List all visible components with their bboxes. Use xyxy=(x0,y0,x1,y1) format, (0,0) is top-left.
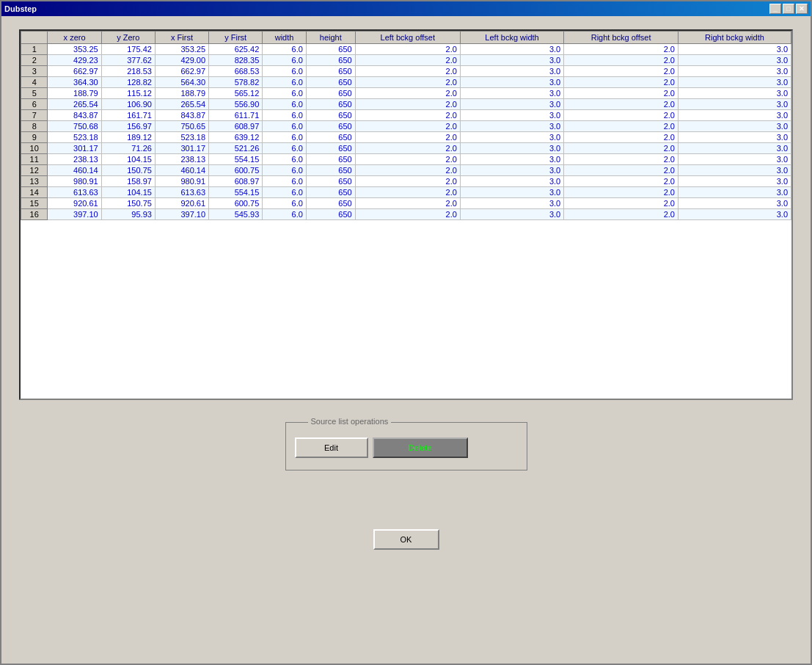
cell-value: 3.0 xyxy=(460,165,563,176)
cell-value: 556.90 xyxy=(209,99,263,110)
table-row[interactable]: 8750.68156.97750.65608.976.06502.03.02.0… xyxy=(21,121,791,132)
cell-value: 3.0 xyxy=(460,143,563,154)
row-number: 12 xyxy=(21,165,48,176)
cell-value: 6.0 xyxy=(263,187,307,198)
cell-value: 3.0 xyxy=(678,88,791,99)
cell-value: 3.0 xyxy=(678,154,791,165)
cell-value: 150.75 xyxy=(101,165,155,176)
cell-value: 2.0 xyxy=(564,77,679,88)
col-header-rbkg-offset[interactable]: Right bckg offset xyxy=(564,32,679,44)
cell-value: 2.0 xyxy=(355,99,460,110)
cell-value: 750.68 xyxy=(48,121,101,132)
cell-value: 2.0 xyxy=(564,110,679,121)
cell-value: 3.0 xyxy=(460,132,563,143)
cell-value: 156.97 xyxy=(101,121,155,132)
cell-value: 3.0 xyxy=(678,110,791,121)
cell-value: 650 xyxy=(306,77,355,88)
cell-value: 6.0 xyxy=(263,77,307,88)
cell-value: 2.0 xyxy=(355,176,460,187)
col-header-rownum xyxy=(21,32,48,44)
edit-button[interactable]: Edit xyxy=(295,437,368,458)
delete-button[interactable]: Delete xyxy=(373,437,468,458)
table-row[interactable]: 9523.18189.12523.18639.126.06502.03.02.0… xyxy=(21,132,791,143)
table-row[interactable]: 15920.61150.75920.61600.756.06502.03.02.… xyxy=(21,198,791,209)
table-row[interactable]: 10301.1771.26301.17521.266.06502.03.02.0… xyxy=(21,143,791,154)
cell-value: 265.54 xyxy=(155,99,208,110)
cell-value: 2.0 xyxy=(355,132,460,143)
cell-value: 2.0 xyxy=(355,198,460,209)
row-number: 4 xyxy=(21,77,48,88)
cell-value: 565.12 xyxy=(209,88,263,99)
bottom-btn-area: OK xyxy=(7,529,805,550)
source-ops-buttons: Edit Delete xyxy=(292,432,521,464)
cell-value: 6.0 xyxy=(263,154,307,165)
cell-value: 3.0 xyxy=(460,99,563,110)
cell-value: 2.0 xyxy=(355,110,460,121)
table-row[interactable]: 16397.1095.93397.10545.936.06502.03.02.0… xyxy=(21,209,791,220)
cell-value: 2.0 xyxy=(564,176,679,187)
col-header-yzero[interactable]: y Zero xyxy=(101,32,155,44)
cell-value: 6.0 xyxy=(263,132,307,143)
cell-value: 3.0 xyxy=(678,165,791,176)
cell-value: 188.79 xyxy=(48,88,101,99)
cell-value: 3.0 xyxy=(678,66,791,77)
cell-value: 6.0 xyxy=(263,110,307,121)
col-header-lbkg-width[interactable]: Left bckg width xyxy=(460,32,563,44)
col-header-width[interactable]: width xyxy=(263,32,307,44)
cell-value: 460.14 xyxy=(48,165,101,176)
cell-value: 3.0 xyxy=(678,209,791,220)
cell-value: 2.0 xyxy=(564,187,679,198)
table-row[interactable]: 4364.30128.82564.30578.826.06502.03.02.0… xyxy=(21,77,791,88)
main-window: Dubstep _ □ ✕ x zero y Zero x First y Fi… xyxy=(0,0,812,665)
cell-value: 3.0 xyxy=(678,121,791,132)
table-row[interactable]: 11238.13104.15238.13554.156.06502.03.02.… xyxy=(21,154,791,165)
cell-value: 429.23 xyxy=(48,55,101,66)
cell-value: 650 xyxy=(306,132,355,143)
cell-value: 106.90 xyxy=(101,99,155,110)
row-number: 3 xyxy=(21,66,48,77)
col-header-xzero[interactable]: x zero xyxy=(48,32,101,44)
cell-value: 843.87 xyxy=(48,110,101,121)
row-number: 16 xyxy=(21,209,48,220)
col-header-yfirst[interactable]: y First xyxy=(209,32,263,44)
cell-value: 3.0 xyxy=(460,187,563,198)
row-number: 8 xyxy=(21,121,48,132)
table-row[interactable]: 6265.54106.90265.54556.906.06502.03.02.0… xyxy=(21,99,791,110)
cell-value: 71.26 xyxy=(101,143,155,154)
cell-value: 3.0 xyxy=(678,187,791,198)
ok-button[interactable]: OK xyxy=(373,529,439,550)
col-header-xfirst[interactable]: x First xyxy=(155,32,208,44)
col-header-rbkg-width[interactable]: Right bckg width xyxy=(678,32,791,44)
cell-value: 2.0 xyxy=(355,121,460,132)
col-header-lbkg-offset[interactable]: Left bckg offset xyxy=(355,32,460,44)
table-row[interactable]: 13980.91158.97980.91608.976.06502.03.02.… xyxy=(21,176,791,187)
table-row[interactable]: 7843.87161.71843.87611.716.06502.03.02.0… xyxy=(21,110,791,121)
table-row[interactable]: 1353.25175.42353.25625.426.06502.03.02.0… xyxy=(21,44,791,55)
cell-value: 2.0 xyxy=(564,132,679,143)
cell-value: 750.65 xyxy=(155,121,208,132)
cell-value: 397.10 xyxy=(155,209,208,220)
row-number: 6 xyxy=(21,99,48,110)
cell-value: 3.0 xyxy=(460,121,563,132)
cell-value: 6.0 xyxy=(263,121,307,132)
cell-value: 650 xyxy=(306,55,355,66)
cell-value: 828.35 xyxy=(209,55,263,66)
table-row[interactable]: 2429.23377.62429.00828.356.06502.03.02.0… xyxy=(21,55,791,66)
cell-value: 523.18 xyxy=(48,132,101,143)
maximize-button[interactable]: □ xyxy=(783,4,794,14)
cell-value: 3.0 xyxy=(460,77,563,88)
table-row[interactable]: 12460.14150.75460.14600.756.06502.03.02.… xyxy=(21,165,791,176)
cell-value: 650 xyxy=(306,88,355,99)
table-row[interactable]: 14613.63104.15613.63554.156.06502.03.02.… xyxy=(21,187,791,198)
col-header-height[interactable]: height xyxy=(306,32,355,44)
cell-value: 2.0 xyxy=(355,88,460,99)
cell-value: 2.0 xyxy=(355,44,460,55)
table-row[interactable]: 3662.97218.53662.97668.536.06502.03.02.0… xyxy=(21,66,791,77)
cell-value: 2.0 xyxy=(355,154,460,165)
cell-value: 6.0 xyxy=(263,143,307,154)
cell-value: 128.82 xyxy=(101,77,155,88)
table-row[interactable]: 5188.79115.12188.79565.126.06502.03.02.0… xyxy=(21,88,791,99)
cell-value: 2.0 xyxy=(355,55,460,66)
minimize-button[interactable]: _ xyxy=(769,4,781,14)
close-button[interactable]: ✕ xyxy=(796,4,808,14)
